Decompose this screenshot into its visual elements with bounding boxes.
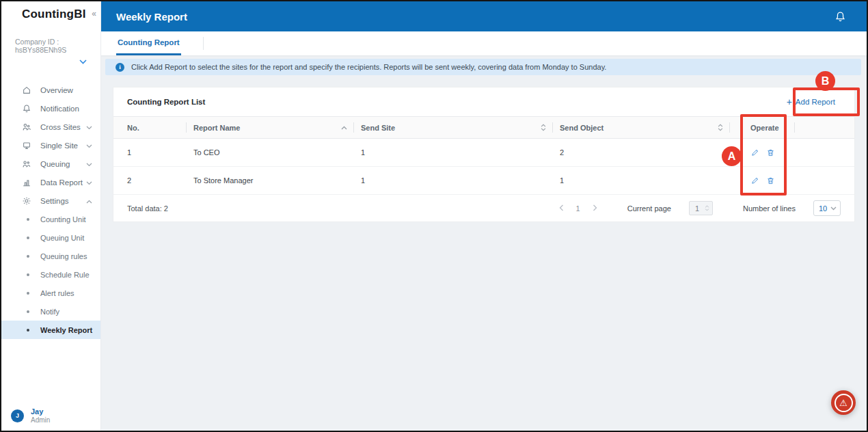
company-id-label: Company ID : hsBYs88ENh9S <box>1 21 100 54</box>
report-list-card: Counting Report List + Add Report No. Re… <box>113 87 855 222</box>
app-window: CountingBI « Company ID : hsBYs88ENh9S O… <box>0 0 868 432</box>
bullet-icon <box>27 255 29 258</box>
sort-ascending-icon[interactable] <box>341 126 347 130</box>
plus-icon: + <box>787 98 792 105</box>
gear-icon <box>22 196 31 206</box>
cell-report-name: To Store Manager <box>187 176 354 185</box>
info-banner-text: Click Add Report to select the sites for… <box>131 63 606 71</box>
column-header-send-site[interactable]: Send Site <box>354 117 553 138</box>
edit-icon[interactable] <box>750 148 759 157</box>
sort-icon[interactable] <box>718 124 723 131</box>
sidebar-item-queuing-unit[interactable]: Queuing Unit <box>1 228 100 247</box>
sidebar-item-counting-unit[interactable]: Counting Unit <box>1 210 100 228</box>
sidebar-item-notification[interactable]: Notification <box>1 99 100 118</box>
bullet-icon <box>27 329 29 332</box>
prev-page-icon[interactable] <box>559 204 564 213</box>
bullet-icon <box>27 310 29 313</box>
user-role: Admin <box>31 416 50 424</box>
cross-sites-icon <box>22 122 31 132</box>
sidebar-item-overview[interactable]: Overview <box>1 81 100 99</box>
tab-counting-report[interactable]: Counting Report <box>116 31 181 55</box>
data-report-icon <box>22 178 31 187</box>
chevron-down-icon <box>86 123 92 131</box>
column-header-no: No. <box>113 117 187 138</box>
company-chevron-down-icon[interactable] <box>1 54 100 66</box>
chevron-down-icon <box>86 160 92 168</box>
main-area: Weekly Report Counting Report i Click Ad… <box>101 1 867 431</box>
sidebar-nav: Overview Notification Cross Sites Single… <box>1 81 100 339</box>
sidebar-item-settings[interactable]: Settings <box>1 191 100 210</box>
lines-per-page-label: Number of lines <box>743 204 796 213</box>
sidebar-item-queuing[interactable]: Queuing <box>1 154 100 173</box>
page-title: Weekly Report <box>116 11 187 23</box>
cell-no: 2 <box>113 176 187 185</box>
delete-icon[interactable] <box>766 176 775 185</box>
sidebar-item-schedule-rule[interactable]: Schedule Rule <box>1 265 100 284</box>
sidebar-item-weekly-report[interactable]: Weekly Report <box>1 321 100 339</box>
chevron-up-icon <box>86 197 92 205</box>
sidebar-item-single-site[interactable]: Single Site <box>1 136 100 154</box>
sort-icon[interactable] <box>541 124 546 131</box>
bullet-icon <box>27 237 29 239</box>
total-data-label: Total data: 2 <box>127 204 168 213</box>
column-header-report-name[interactable]: Report Name <box>187 117 354 138</box>
page-header: Weekly Report <box>101 1 867 31</box>
cell-send-site: 1 <box>354 176 553 185</box>
alert-badge-button[interactable]: ⚠ <box>831 390 856 415</box>
info-banner: i Click Add Report to select the sites f… <box>105 59 861 75</box>
sidebar-item-cross-sites[interactable]: Cross Sites <box>1 118 100 136</box>
sidebar: CountingBI « Company ID : hsBYs88ENh9S O… <box>1 1 101 431</box>
home-icon <box>22 85 31 95</box>
sidebar-item-alert-rules[interactable]: Alert rules <box>1 284 100 302</box>
delete-icon[interactable] <box>766 148 775 157</box>
bullet-icon <box>27 218 29 221</box>
current-page-input[interactable]: 1 <box>689 201 713 215</box>
bell-icon <box>22 104 31 113</box>
add-report-button[interactable]: + Add Report <box>781 94 841 110</box>
tab-divider <box>203 37 204 50</box>
lines-per-page-select[interactable]: 10 <box>813 200 841 216</box>
edit-icon[interactable] <box>750 176 759 185</box>
notification-bell-icon[interactable] <box>835 11 846 23</box>
sidebar-item-queuing-rules[interactable]: Queuing rules <box>1 247 100 265</box>
warning-icon: ⚠ <box>835 394 853 412</box>
next-page-icon[interactable] <box>593 204 597 213</box>
table-header-row: No. Report Name Send Site Send Object Op… <box>113 116 854 139</box>
tab-bar: Counting Report <box>101 31 867 55</box>
queuing-icon <box>22 159 31 169</box>
column-header-filler <box>795 117 854 138</box>
sidebar-item-notify[interactable]: Notify <box>1 302 100 321</box>
single-site-icon <box>22 141 31 150</box>
sidebar-item-data-report[interactable]: Data Report <box>1 173 100 191</box>
bullet-icon <box>27 273 29 276</box>
cell-report-name: To CEO <box>187 148 354 157</box>
column-header-send-object[interactable]: Send Object <box>553 117 730 138</box>
chevron-down-icon <box>86 141 92 150</box>
current-page-label: Current page <box>627 204 671 213</box>
cell-no: 1 <box>113 148 187 157</box>
table-row: 1 To CEO 1 2 <box>113 139 854 167</box>
avatar: J <box>11 409 24 422</box>
app-logo: CountingBI <box>22 8 86 21</box>
info-icon: i <box>116 63 124 72</box>
stepper-icons[interactable] <box>705 205 712 211</box>
user-profile[interactable]: J Jay Admin <box>11 407 50 424</box>
user-name: Jay <box>31 407 50 416</box>
table-row: 2 To Store Manager 1 1 <box>113 167 854 195</box>
chevron-down-icon <box>830 206 837 211</box>
cell-send-object: 2 <box>553 148 730 157</box>
cell-send-site: 1 <box>354 148 553 157</box>
chevron-down-icon <box>86 178 92 187</box>
table-footer: Total data: 2 1 Current page 1 Number of… <box>113 195 854 221</box>
card-title: Counting Report List <box>127 98 205 106</box>
cell-send-object: 1 <box>553 176 730 185</box>
column-header-operate: Operate <box>730 117 795 138</box>
bullet-icon <box>27 292 29 295</box>
page-number[interactable]: 1 <box>576 204 580 213</box>
sidebar-collapse-icon[interactable]: « <box>92 9 96 18</box>
